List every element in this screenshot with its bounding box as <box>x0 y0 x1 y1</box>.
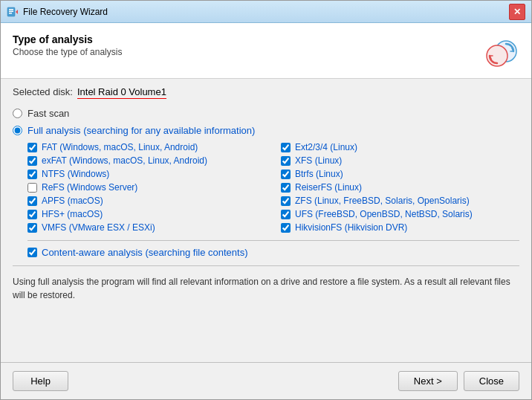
fast-scan-radio[interactable] <box>13 109 22 118</box>
full-analysis-radio-item[interactable]: Full analysis (searching for any availab… <box>13 125 519 136</box>
apfs-checkbox[interactable] <box>27 196 37 206</box>
list-item[interactable]: ReiserFS (Linux) <box>281 182 519 193</box>
xfs-checkbox[interactable] <box>281 156 291 166</box>
ext234-checkbox[interactable] <box>281 143 291 152</box>
refs-checkbox[interactable] <box>27 183 37 193</box>
filesystem-grid: FAT (Windows, macOS, Linux, Android)Ext2… <box>27 142 519 233</box>
window-title: File Recovery Wizard <box>23 7 509 17</box>
svg-rect-2 <box>9 10 13 12</box>
exfat-checkbox[interactable] <box>27 156 37 166</box>
page-subtitle: Choose the type of analysis <box>13 47 122 57</box>
list-item[interactable]: APFS (macOS) <box>27 196 266 206</box>
wizard-icon <box>484 33 519 69</box>
app-icon <box>7 6 19 18</box>
content-aware-label: Content-aware analysis (searching file c… <box>42 247 247 258</box>
list-item[interactable]: XFS (Linux) <box>281 155 519 166</box>
btrfs-label: Btrfs (Linux) <box>295 169 343 179</box>
reiserfs-label: ReiserFS (Linux) <box>295 182 362 193</box>
hikvision-checkbox[interactable] <box>281 223 291 233</box>
list-item[interactable]: exFAT (Windows, macOS, Linux, Android) <box>27 155 266 166</box>
next-button[interactable]: Next > <box>398 371 458 391</box>
content-aware-row[interactable]: Content-aware analysis (searching file c… <box>27 247 519 258</box>
fat-checkbox[interactable] <box>27 143 37 152</box>
selected-disk-row: Selected disk: Intel Raid 0 Volume1 <box>13 86 519 99</box>
zfs-label: ZFS (Linux, FreeBSD, Solaris, OpenSolari… <box>295 196 470 206</box>
ntfs-label: NTFS (Windows) <box>42 169 109 179</box>
list-item[interactable]: ZFS (Linux, FreeBSD, Solaris, OpenSolari… <box>281 196 519 206</box>
description-text: Using full analysis the program will fin… <box>13 272 519 305</box>
reiserfs-checkbox[interactable] <box>281 183 291 193</box>
exfat-label: exFAT (Windows, macOS, Linux, Android) <box>42 155 207 166</box>
fast-scan-label: Fast scan <box>27 108 69 119</box>
list-item[interactable]: ReFS (Windows Server) <box>27 182 266 193</box>
close-dialog-button[interactable]: Close <box>464 371 519 391</box>
close-button[interactable]: ✕ <box>509 4 525 20</box>
apfs-label: APFS (macOS) <box>42 196 103 206</box>
full-analysis-radio[interactable] <box>13 126 22 135</box>
ext234-label: Ext2/3/4 (Linux) <box>295 142 357 152</box>
filesystem-section: FAT (Windows, macOS, Linux, Android)Ext2… <box>27 142 519 258</box>
vmfs-label: VMFS (VMware ESX / ESXi) <box>42 222 155 233</box>
list-item[interactable]: NTFS (Windows) <box>27 169 266 179</box>
hfsplus-checkbox[interactable] <box>27 210 37 219</box>
footer-right: Next > Close <box>398 371 519 391</box>
refs-label: ReFS (Windows Server) <box>42 182 137 193</box>
help-button[interactable]: Help <box>13 371 68 391</box>
hikvision-label: HikvisionFS (Hikvision DVR) <box>295 222 407 233</box>
full-analysis-label: Full analysis (searching for any availab… <box>27 125 255 136</box>
header-text: Type of analysis Choose the type of anal… <box>13 33 122 57</box>
fast-scan-radio-item[interactable]: Fast scan <box>13 108 519 119</box>
list-item[interactable]: HFS+ (macOS) <box>27 209 266 219</box>
page-title: Type of analysis <box>13 33 122 45</box>
list-item[interactable]: HikvisionFS (Hikvision DVR) <box>281 222 519 233</box>
footer-left: Help <box>13 371 398 391</box>
main-content: Selected disk: Intel Raid 0 Volume1 Fast… <box>1 79 531 362</box>
header: Type of analysis Choose the type of anal… <box>1 23 531 79</box>
svg-rect-3 <box>9 13 12 14</box>
hfsplus-label: HFS+ (macOS) <box>42 209 103 219</box>
ufs-checkbox[interactable] <box>281 210 291 219</box>
ufs-label: UFS (FreeBSD, OpenBSD, NetBSD, Solaris) <box>295 209 473 219</box>
window: File Recovery Wizard ✕ Type of analysis … <box>0 0 532 400</box>
footer: Help Next > Close <box>1 362 531 399</box>
list-item[interactable]: VMFS (VMware ESX / ESXi) <box>27 222 266 233</box>
svg-rect-1 <box>9 9 13 10</box>
selected-disk-label: Selected disk: <box>13 86 73 97</box>
list-item[interactable]: Ext2/3/4 (Linux) <box>281 142 519 152</box>
vmfs-checkbox[interactable] <box>27 223 37 233</box>
list-item[interactable]: UFS (FreeBSD, OpenBSD, NetBSD, Solaris) <box>281 209 519 219</box>
list-item[interactable]: Btrfs (Linux) <box>281 169 519 179</box>
list-item[interactable]: FAT (Windows, macOS, Linux, Android) <box>27 142 266 152</box>
titlebar: File Recovery Wizard ✕ <box>1 1 531 23</box>
xfs-label: XFS (Linux) <box>295 155 342 166</box>
ntfs-checkbox[interactable] <box>27 170 37 179</box>
zfs-checkbox[interactable] <box>281 196 291 206</box>
fat-label: FAT (Windows, macOS, Linux, Android) <box>42 142 198 152</box>
selected-disk-value: Intel Raid 0 Volume1 <box>77 86 166 99</box>
btrfs-checkbox[interactable] <box>281 170 291 179</box>
content-aware-checkbox[interactable] <box>27 248 37 257</box>
